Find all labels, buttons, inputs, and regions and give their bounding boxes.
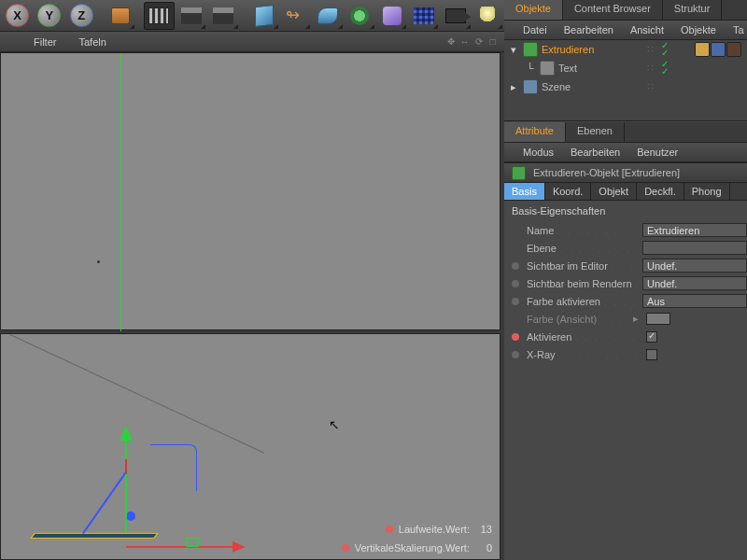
- tree-row-text[interactable]: └ Text ∷ ✓✓: [504, 59, 747, 77]
- gizmo-y-axis[interactable]: [125, 439, 127, 532]
- keyframe-dot-icon[interactable]: [512, 351, 519, 358]
- keyframe-dot-icon[interactable]: [512, 333, 519, 341]
- tab-ebenen[interactable]: Ebenen: [566, 122, 625, 142]
- bend-icon: [317, 7, 338, 24]
- gizmo-z-handle[interactable]: [126, 511, 135, 521]
- mograph-button[interactable]: [345, 2, 375, 30]
- right-panel: Objekte Content Browser Struktur Datei B…: [504, 0, 747, 560]
- keyframe-dot-icon[interactable]: [512, 298, 519, 305]
- tree-tag-icons[interactable]: [695, 42, 741, 57]
- gizmo-x-arrow-icon: [233, 541, 246, 553]
- tree-expand-icon[interactable]: ▸: [508, 81, 519, 93]
- tree-visibility-dots[interactable]: ∷: [642, 81, 657, 93]
- spline-tool-button[interactable]: ↬: [280, 2, 311, 30]
- vp-rotate-icon[interactable]: ⟳: [472, 35, 485, 48]
- menu-bearbeiten[interactable]: Bearbeiten: [571, 147, 620, 158]
- visible-render-field[interactable]: [642, 276, 747, 290]
- tab-struktur[interactable]: Struktur: [663, 0, 723, 20]
- aktivieren-checkbox[interactable]: [646, 331, 657, 343]
- name-field[interactable]: [642, 223, 747, 237]
- vp-pan-icon[interactable]: ✥: [444, 35, 457, 48]
- tree-visibility-dots[interactable]: ∷: [642, 63, 657, 75]
- color-swatch[interactable]: [646, 313, 670, 325]
- ebene-field[interactable]: [642, 241, 747, 255]
- subtab-objekt[interactable]: Objekt: [591, 183, 637, 200]
- prop-visible-render: Sichtbar beim Rendern .: [504, 274, 747, 292]
- menu-datei[interactable]: Datei: [523, 24, 547, 35]
- origin-dot: [97, 260, 100, 263]
- keyframe-dot-icon[interactable]: [512, 280, 519, 287]
- axis-x-button[interactable]: X: [2, 2, 33, 30]
- tag-icon[interactable]: [711, 42, 726, 57]
- axis-z-icon: Z: [70, 4, 93, 27]
- hud-label-2: VertikaleSkalierung.Wert:: [355, 542, 470, 553]
- attribute-menubar: Modus Bearbeiten Benutzer: [504, 143, 747, 162]
- render-view-button[interactable]: [144, 2, 175, 30]
- render-picture-button[interactable]: [176, 2, 206, 30]
- tree-collapse-icon[interactable]: ▾: [508, 44, 519, 56]
- clapper-gear-icon: [213, 7, 233, 24]
- subtab-phong[interactable]: Phong: [684, 183, 730, 200]
- light-button[interactable]: [472, 2, 503, 30]
- deformer-button[interactable]: [376, 2, 407, 30]
- tree-enable-check-icon[interactable]: ✓✓: [661, 61, 678, 76]
- camera-button[interactable]: [440, 2, 471, 30]
- tree-leaf-icon: └: [525, 63, 536, 74]
- tree-visibility-dots[interactable]: ∷: [642, 44, 657, 56]
- tab-attribute[interactable]: Attribute: [504, 122, 566, 142]
- object-manager-tabs: Objekte Content Browser Struktur: [504, 0, 747, 21]
- menu-objekte[interactable]: Objekte: [681, 24, 716, 35]
- keyframe-dot-icon[interactable]: [512, 262, 519, 270]
- menu-ansicht[interactable]: Ansicht: [630, 24, 664, 35]
- generator-button[interactable]: [312, 2, 343, 30]
- xray-checkbox[interactable]: [646, 349, 657, 360]
- gizmo-xz-plane[interactable]: [186, 538, 199, 547]
- cube-orange-icon: [111, 7, 130, 24]
- gizmo-mini-x: [125, 459, 127, 474]
- farbe-aktivieren-field[interactable]: [642, 294, 747, 308]
- cube-icon: [255, 4, 274, 26]
- tab-objekte[interactable]: Objekte: [504, 0, 563, 20]
- menu-benutzer[interactable]: Benutzer: [637, 147, 678, 158]
- prop-label: Farbe aktivieren: [527, 296, 600, 307]
- tafeln-menu[interactable]: Tafeln: [78, 36, 106, 48]
- prop-xray: X-Ray . . . . . . . . . . . . .: [504, 345, 747, 363]
- axis-z-button[interactable]: Z: [66, 2, 97, 30]
- environment-button[interactable]: [408, 2, 439, 30]
- viewport-bottom[interactable]: Laufweite.Wert: 13 VertikaleSkalierung.W…: [0, 333, 500, 560]
- tag-icon[interactable]: [695, 42, 710, 57]
- text-spline-icon: [540, 61, 555, 76]
- subtab-deckfl[interactable]: Deckfl.: [637, 183, 684, 200]
- coord-system-button[interactable]: [105, 2, 135, 30]
- visible-editor-field[interactable]: [642, 259, 747, 273]
- tree-row-szene[interactable]: ▸ Szene ∷: [504, 77, 747, 96]
- camera-icon: [445, 8, 466, 23]
- viewport-ribbon: Filter Tafeln ✥ ↔ ⟳ □: [0, 32, 504, 52]
- axis-y-button[interactable]: Y: [34, 2, 64, 30]
- gizmo-x-axis[interactable]: [126, 546, 238, 548]
- menu-tags[interactable]: Ta: [733, 24, 744, 35]
- subtab-basis[interactable]: Basis: [504, 183, 545, 200]
- axis-y-line: [120, 53, 121, 331]
- filter-menu[interactable]: Filter: [34, 36, 56, 48]
- tag-icon[interactable]: [726, 42, 741, 57]
- prop-farbe-aktivieren: Farbe aktivieren . . . . . .: [504, 292, 747, 310]
- menu-bearbeiten[interactable]: Bearbeiten: [564, 24, 613, 35]
- tab-content-browser[interactable]: Content Browser: [563, 0, 663, 20]
- tree-row-extrudieren[interactable]: ▾ Extrudieren ∷ ✓✓: [504, 40, 747, 59]
- transform-gizmo[interactable]: [83, 426, 242, 560]
- menu-modus[interactable]: Modus: [523, 147, 554, 158]
- viewport-top[interactable]: [0, 52, 500, 330]
- gizmo-z-axis[interactable]: [82, 470, 128, 534]
- attribute-object-title: Extrudieren-Objekt [Extrudieren]: [533, 167, 680, 178]
- tree-enable-check-icon[interactable]: ✓✓: [661, 42, 678, 57]
- prop-ebene: Ebene . . . . . . . . . . . .: [504, 239, 747, 257]
- gizmo-xy-plane[interactable]: [150, 444, 197, 491]
- render-settings-button[interactable]: [207, 2, 238, 30]
- attribute-subtabs: Basis Koord. Objekt Deckfl. Phong: [504, 183, 747, 201]
- vp-layout-icon[interactable]: □: [486, 35, 499, 48]
- primitive-cube-button[interactable]: [248, 2, 279, 30]
- hud-row-1: Laufweite.Wert: 13: [386, 522, 492, 537]
- vp-move-icon[interactable]: ↔: [458, 35, 471, 48]
- subtab-koord[interactable]: Koord.: [545, 183, 591, 200]
